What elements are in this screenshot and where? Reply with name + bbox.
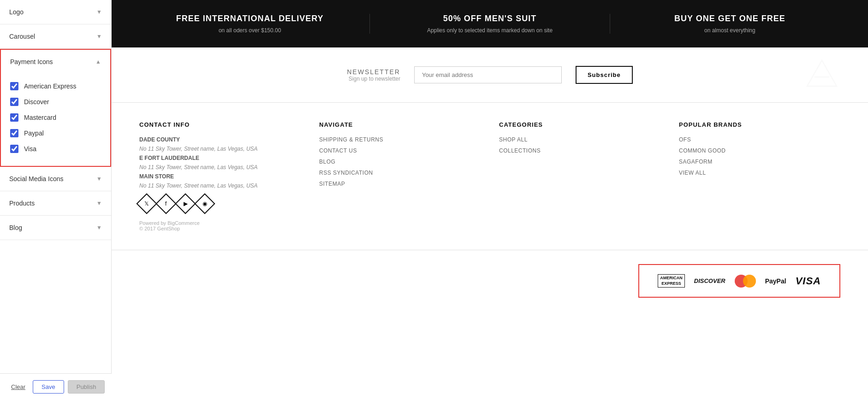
- powered-by: Powered by BigCommerce © 2017 GentShop: [139, 220, 301, 231]
- twitter-icon[interactable]: 𝕏: [136, 193, 157, 214]
- nav-link-sitemap[interactable]: SITEMAP: [319, 181, 481, 187]
- discover-payment-icon: DISCOVER: [694, 277, 725, 284]
- chevron-down-icon: ▼: [96, 33, 102, 40]
- footer-categories-col: CATEGORIES SHOP ALL COLLECTIONS: [499, 121, 660, 231]
- location3-address: No 11 Sky Tower, Street name, Las Vegas,…: [139, 182, 301, 189]
- promo-subtitle-1: on all oders over $150.00: [139, 27, 360, 34]
- payment-icons-content: American Express Discover Mastercard Pay…: [1, 74, 110, 166]
- nav-link-shipping[interactable]: SHIPPING & RETURNS: [319, 136, 481, 143]
- footer-section: CONTACT INFO DADE COUNTY No 11 Sky Tower…: [112, 103, 868, 250]
- promo-subtitle-3: on almost everything: [619, 27, 840, 34]
- location2-name: E FORT LAUDERDALE: [139, 155, 301, 161]
- checkbox-visa[interactable]: [10, 145, 18, 153]
- newsletter-icon: [803, 57, 840, 95]
- payment-option-visa-label: Visa: [24, 145, 36, 153]
- payment-footer-section: AMERICANEXPRESS DISCOVER PayPal VISA: [112, 250, 868, 312]
- facebook-icon[interactable]: f: [155, 193, 176, 214]
- footer-brands-title: POPULAR BRANDS: [679, 121, 840, 128]
- brand-link-viewall[interactable]: VIEW ALL: [679, 170, 840, 176]
- sidebar-blog-toggle[interactable]: Blog ▼: [0, 216, 111, 240]
- sidebar-social-toggle[interactable]: Social Media Icons ▼: [0, 167, 111, 191]
- sidebar-carousel-label: Carousel: [9, 33, 35, 40]
- nav-link-rss[interactable]: RSS SYNDICATION: [319, 170, 481, 176]
- social-icons: 𝕏 f ▶ ◉: [139, 196, 301, 211]
- sidebar-section-carousel: Carousel ▼: [0, 24, 111, 49]
- footer-contact-col: CONTACT INFO DADE COUNTY No 11 Sky Tower…: [139, 121, 301, 231]
- location2-address: No 11 Sky Tower, Street name, Las Vegas,…: [139, 164, 301, 171]
- payment-icons-box: AMERICANEXPRESS DISCOVER PayPal VISA: [638, 264, 840, 298]
- newsletter-email-input[interactable]: [414, 66, 562, 83]
- sidebar-blog-label: Blog: [9, 224, 22, 231]
- payment-option-american-express-label: American Express: [24, 82, 77, 90]
- chevron-down-icon: ▼: [96, 176, 102, 182]
- location1-address: No 11 Sky Tower, Street name, Las Vegas,…: [139, 146, 301, 152]
- brand-link-ofs[interactable]: OFS: [679, 136, 840, 143]
- checkbox-mastercard[interactable]: [10, 113, 18, 122]
- chevron-up-icon: ▲: [95, 59, 101, 65]
- payment-option-mastercard-label: Mastercard: [24, 114, 56, 121]
- instagram-icon[interactable]: ◉: [194, 193, 215, 214]
- promo-title-3: BUY ONE GET ONE FREE: [619, 14, 840, 24]
- powered-by-text: Powered by BigCommerce: [139, 220, 301, 226]
- chevron-down-icon: ▼: [96, 224, 102, 231]
- payment-option-paypal-label: Paypal: [24, 129, 44, 137]
- promo-item-1: FREE INTERNATIONAL DELIVERY on all oders…: [130, 14, 370, 34]
- main-content: FREE INTERNATIONAL DELIVERY on all oders…: [112, 0, 868, 400]
- nav-link-contact[interactable]: CONTACT US: [319, 147, 481, 154]
- sidebar-products-toggle[interactable]: Products ▼: [0, 191, 111, 215]
- save-button[interactable]: Save: [33, 380, 64, 394]
- sidebar-section-logo: Logo ▼: [0, 0, 111, 24]
- cat-link-collections[interactable]: COLLECTIONS: [499, 147, 660, 154]
- chevron-down-icon: ▼: [96, 9, 102, 15]
- brand-link-commongood[interactable]: COMMON GOOD: [679, 147, 840, 154]
- youtube-icon[interactable]: ▶: [175, 193, 196, 214]
- sidebar-payment-icons-toggle[interactable]: Payment Icons ▲: [1, 50, 110, 74]
- sidebar-section-products: Products ▼: [0, 191, 111, 216]
- promo-title-2: 50% OFF MEN'S SUIT: [379, 14, 600, 24]
- brand-link-sagaform[interactable]: SAGAFORM: [679, 159, 840, 165]
- footer-contact-title: CONTACT INFO: [139, 121, 301, 128]
- paypal-payment-icon: PayPal: [765, 277, 786, 285]
- sidebar-section-payment-icons: Payment Icons ▲ American Express Discove…: [0, 49, 111, 167]
- sidebar-section-social: Social Media Icons ▼: [0, 167, 111, 191]
- payment-option-discover: Discover: [10, 94, 101, 110]
- publish-button[interactable]: Publish: [68, 380, 105, 394]
- amex-payment-icon: AMERICANEXPRESS: [658, 274, 685, 288]
- checkbox-paypal[interactable]: [10, 129, 18, 137]
- footer-brands-col: POPULAR BRANDS OFS COMMON GOOD SAGAFORM …: [679, 121, 840, 231]
- newsletter-label: NEWSLETTER Sign up to newsletter: [347, 68, 400, 82]
- clear-button[interactable]: Clear: [7, 380, 29, 394]
- cat-link-shopall[interactable]: SHOP ALL: [499, 136, 660, 143]
- payment-option-paypal: Paypal: [10, 125, 101, 141]
- location3-name: MAIN STORE: [139, 173, 301, 180]
- payment-option-mastercard: Mastercard: [10, 110, 101, 125]
- checkbox-american-express[interactable]: [10, 82, 18, 90]
- promo-item-2: 50% OFF MEN'S SUIT Applies only to selec…: [370, 14, 610, 34]
- visa-payment-icon: VISA: [796, 275, 821, 287]
- mc-circle-orange: [743, 275, 756, 288]
- footer-navigate-col: NAVIGATE SHIPPING & RETURNS CONTACT US B…: [319, 121, 481, 231]
- sidebar-products-label: Products: [9, 200, 35, 207]
- newsletter-subtitle: Sign up to newsletter: [347, 76, 400, 82]
- nav-link-blog[interactable]: BLOG: [319, 159, 481, 165]
- payment-option-american-express: American Express: [10, 78, 101, 94]
- footer-navigate-title: NAVIGATE: [319, 121, 481, 128]
- sidebar-payment-icons-label: Payment Icons: [10, 58, 53, 65]
- mastercard-payment-icon: [735, 275, 756, 288]
- copyright-text: © 2017 GentShop: [139, 226, 301, 231]
- sidebar-section-blog: Blog ▼: [0, 216, 111, 240]
- svg-marker-0: [807, 60, 837, 86]
- chevron-down-icon: ▼: [96, 200, 102, 206]
- newsletter-section: NEWSLETTER Sign up to newsletter Subscri…: [112, 47, 868, 103]
- sidebar-social-label: Social Media Icons: [9, 175, 64, 182]
- sidebar-carousel-toggle[interactable]: Carousel ▼: [0, 24, 111, 48]
- promo-banner: FREE INTERNATIONAL DELIVERY on all oders…: [112, 0, 868, 47]
- promo-subtitle-2: Applies only to selected items marked do…: [379, 27, 600, 34]
- location1-name: DADE COUNTY: [139, 136, 301, 143]
- promo-title-1: FREE INTERNATIONAL DELIVERY: [139, 14, 360, 24]
- promo-item-3: BUY ONE GET ONE FREE on almost everythin…: [610, 14, 850, 34]
- subscribe-button[interactable]: Subscribe: [576, 66, 633, 84]
- sidebar-logo-toggle[interactable]: Logo ▼: [0, 0, 111, 24]
- checkbox-discover[interactable]: [10, 98, 18, 106]
- payment-option-discover-label: Discover: [24, 98, 49, 106]
